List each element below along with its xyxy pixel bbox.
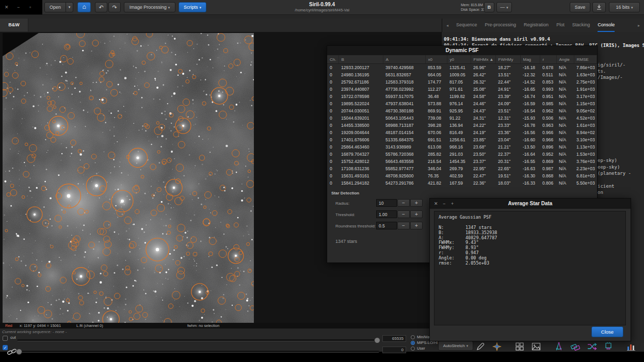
close-button[interactable]: Close — [591, 326, 623, 337]
grid-view-button[interactable] — [513, 340, 526, 353]
psf-column-a[interactable]: A — [383, 55, 425, 64]
psf-table-row[interactable]: 025864.4634603143.938989613.08968.1623.6… — [327, 143, 597, 151]
threshold-plus-button[interactable]: + — [410, 210, 423, 218]
image-processing-button[interactable]: Image Processing▾ — [124, 2, 175, 12]
tab-bw[interactable]: B&W — [0, 19, 28, 31]
pipeline-button[interactable] — [585, 340, 599, 353]
minimize-icon[interactable]: − — [17, 5, 20, 10]
psf-column-rmse[interactable]: RMSE — [574, 55, 597, 64]
close-icon[interactable]: ✕ — [5, 5, 9, 10]
low-cut-value[interactable]: 0 — [382, 347, 406, 353]
avg-dialog-titlebar[interactable]: ✕ − + Average Star Data — [430, 199, 631, 209]
image-icon — [531, 341, 541, 352]
stretch-mode-select[interactable]: AutoStretch▾ — [438, 341, 473, 351]
tab-sequence[interactable]: Sequence — [456, 19, 477, 32]
save-button[interactable]: Save — [570, 2, 590, 12]
roundness-threshold-minus-button[interactable]: − — [397, 222, 410, 229]
psf-table-row[interactable]: 015752.42801256643.483558216.541454.3523… — [327, 158, 597, 165]
psf-column-x0[interactable]: x0 — [425, 55, 447, 64]
slider-handle[interactable] — [374, 337, 380, 343]
tags-button[interactable] — [569, 340, 582, 353]
undo-button[interactable]: ↶ — [95, 2, 107, 12]
maximize-icon[interactable]: + — [451, 199, 454, 209]
avg-stat-value: 18933.352938 — [465, 230, 497, 235]
stretch-label: AutoStretch — [443, 343, 465, 348]
minimize-icon[interactable]: − — [443, 199, 445, 209]
tab-stacking[interactable]: Stacking — [572, 19, 590, 32]
high-cut-value[interactable]: 65535 — [382, 335, 406, 342]
right-tab-bar: ◂ Sequence Pre-processing Registration P… — [442, 19, 644, 32]
low-cut-sl ider[interactable] — [17, 351, 379, 353]
psf-column-y0[interactable]: y0 — [447, 55, 471, 64]
psf-table-row[interactable]: 015841.29418254273.291786421.82167.5922.… — [327, 179, 597, 187]
close-icon[interactable]: ✕ — [434, 199, 438, 209]
image-view-button[interactable] — [529, 340, 543, 353]
b-channel-button[interactable]: B — [484, 2, 494, 12]
psf-column-ch[interactable]: Ch. — [327, 55, 339, 64]
pen-tool-button[interactable] — [474, 340, 487, 353]
threshold-minus-button[interactable]: − — [397, 210, 410, 218]
tab-pre-processing[interactable]: Pre-processing — [485, 19, 517, 32]
save-as-button[interactable] — [592, 2, 606, 12]
threshold-value[interactable]: 1.00 — [376, 210, 397, 218]
tab-scroll-right-icon[interactable]: ▸ — [638, 23, 640, 28]
psf-column-fwhmx[interactable]: FWHMx ▲ — [471, 55, 495, 64]
grid-icon — [514, 341, 525, 352]
siril-app: ✕ − ▫ Open ▾ ⌂ ↶ ↷ Image Processing▾ Scr… — [0, 0, 644, 362]
psf-table-row[interactable]: 019895.52202447937.638041573.88976.1424.… — [327, 100, 597, 107]
tab-scroll-left-icon[interactable]: ◂ — [446, 23, 448, 28]
photometry-star-button[interactable] — [490, 340, 504, 353]
cut-checkbox[interactable] — [3, 336, 8, 341]
histogram-button[interactable] — [624, 340, 638, 353]
psf-table-row[interactable]: 015722.07859855937.51707536.481199.8224.… — [327, 93, 597, 100]
psf-table-row[interactable]: 016879.70432755786.720368285.82291.0323.… — [327, 151, 597, 158]
tab-plot[interactable]: Plot — [556, 19, 565, 32]
redo-icon: ↷ — [112, 4, 117, 10]
avg-stat-row: FWHMx:9.43" — [439, 240, 621, 245]
psf-table-row[interactable]: 019209.00464448187.014154670.06816.4924.… — [327, 129, 597, 136]
psf-table-row[interactable]: 017401.67660651335.684375691.511256.6123… — [327, 136, 597, 143]
redo-button[interactable]: ↷ — [108, 2, 121, 12]
avg-dialog-title: Average Star Data — [508, 201, 553, 206]
high-cut-slider[interactable] — [17, 339, 379, 341]
open-button[interactable]: Open — [44, 2, 66, 12]
chevron-down-icon: ▾ — [466, 344, 469, 348]
psf-column-r[interactable]: r — [540, 55, 556, 64]
shuffle-icon — [587, 341, 597, 352]
psf-table-row[interactable]: 014455.33850058988.713187398.28136.9424.… — [327, 122, 597, 129]
tab-registration[interactable]: Registration — [524, 19, 549, 32]
psf-column-mag[interactable]: Mag — [520, 55, 540, 64]
radius-value[interactable]: 10 — [376, 199, 397, 207]
slider-handle[interactable] — [16, 349, 22, 355]
psf-table[interactable]: Ch.BAx0y0FWHMx ▲FWHMyMagrAngleRMSE012933… — [327, 55, 597, 187]
open-dropdown[interactable]: ▾ — [66, 2, 73, 12]
link-icon[interactable] — [7, 347, 17, 356]
tab-console[interactable]: Console — [598, 19, 615, 32]
radius-minus-button[interactable]: − — [397, 199, 410, 207]
psf-dialog-titlebar[interactable]: Dynamic PSF — [327, 46, 597, 55]
psf-column-b[interactable]: B — [339, 55, 383, 64]
psf-table-row[interactable]: 020744.03005146730.380188869.91925.9524.… — [327, 107, 597, 114]
psf-table-row[interactable]: 012933.20012739740.429568853.591325.4126… — [327, 64, 597, 72]
home-button[interactable]: ⌂ — [77, 2, 91, 12]
bit-depth-select[interactable]: 16 bits▾ — [609, 2, 640, 12]
roundness-threshold-plus-button[interactable]: + — [410, 222, 423, 229]
geometry-tools-button[interactable] — [552, 340, 566, 353]
maximize-icon[interactable]: ▫ — [29, 5, 31, 10]
chevron-down-icon: ▾ — [631, 6, 633, 9]
radius-plus-button[interactable]: + — [410, 199, 423, 207]
connector-button[interactable] — [602, 340, 615, 353]
psf-table-row[interactable]: 015631.49316148708.92560076.35402.5922.4… — [327, 172, 597, 179]
roundness-threshold-value[interactable]: 0.5 — [376, 222, 397, 229]
psf-table-row[interactable]: 015044.63920150643.105443739.0891.2224.3… — [327, 114, 597, 122]
psf-table-row[interactable]: 017108.63123655852.977477346.04269.7922.… — [327, 165, 597, 172]
starfield[interactable] — [3, 33, 254, 323]
psf-column-angle[interactable]: Angle — [556, 55, 574, 64]
psf-table-row[interactable]: 023974.44080747738.023992112.27971.6125.… — [327, 86, 597, 93]
psf-column-fwhmy[interactable]: FWHMy — [495, 55, 520, 64]
psf-table-row[interactable]: 025792.67118612583.379318174.77817.0526.… — [327, 78, 597, 86]
scripts-button[interactable]: Scripts▾ — [179, 2, 206, 12]
psf-table-row[interactable]: 024980.1361955631.832657664.051009.0526.… — [327, 71, 597, 78]
negative-view-button[interactable]: —▾ — [496, 2, 512, 12]
display-mode-radio[interactable]: User — [411, 345, 438, 351]
